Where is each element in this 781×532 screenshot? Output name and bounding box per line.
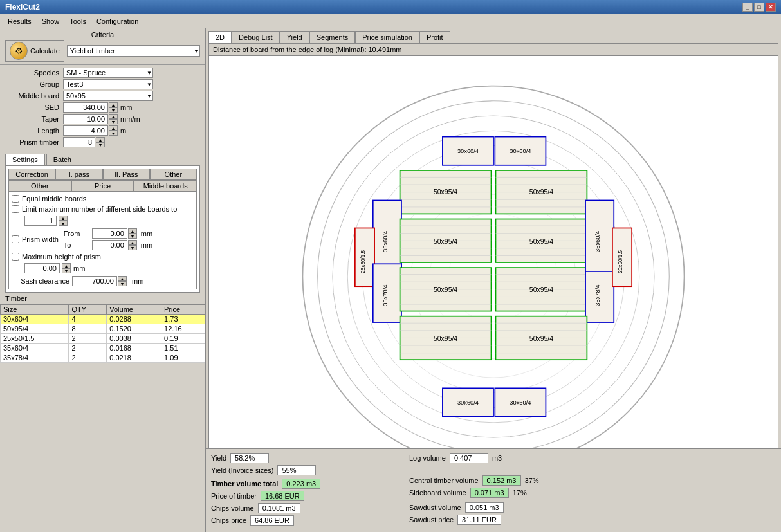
- svg-text:30x60/4: 30x60/4: [510, 399, 531, 406]
- subtab2-middleboards[interactable]: Middle boards: [134, 180, 197, 192]
- sed-down[interactable]: ▼: [109, 107, 118, 113]
- criteria-row: ⚙ Calculate Yield of timber ▼: [5, 40, 200, 62]
- limit-max-checkbox[interactable]: [12, 205, 19, 213]
- price-timber-value: 16.68 EUR: [261, 491, 304, 501]
- close-button[interactable]: ✕: [766, 3, 776, 12]
- from-down[interactable]: ▼: [128, 234, 137, 239]
- sash-down[interactable]: ▼: [118, 281, 127, 286]
- limit-down[interactable]: ▼: [59, 221, 68, 226]
- to-down[interactable]: ▼: [128, 245, 137, 250]
- timber-header: Timber: [0, 293, 205, 304]
- table-row[interactable]: 30x60/440.02881.73: [1, 315, 205, 324]
- subtab-ipass[interactable]: I. pass: [55, 169, 102, 180]
- prismtimber-down[interactable]: ▼: [96, 142, 105, 147]
- max-height-row: Maximum height of prism: [12, 253, 194, 261]
- from-row: From ▲ ▼ mm: [64, 228, 152, 239]
- sed-input[interactable]: [63, 102, 108, 113]
- from-input[interactable]: [92, 228, 127, 239]
- length-label: Length: [5, 127, 63, 134]
- subtab2-price[interactable]: Price: [71, 180, 134, 192]
- sed-up[interactable]: ▲: [109, 102, 118, 107]
- taper-down[interactable]: ▼: [109, 119, 118, 124]
- price-timber-row: Price of timber 16.68 EUR: [211, 491, 391, 501]
- maxheight-down[interactable]: ▼: [62, 268, 71, 273]
- group-select[interactable]: Test3: [63, 79, 153, 89]
- table-row[interactable]: 25x50/1.520.00380.19: [1, 334, 205, 344]
- tab-pricesim[interactable]: Price simulation: [355, 31, 419, 43]
- prismtimber-label: Prism timber: [5, 138, 63, 146]
- tab-row: Settings Batch: [5, 154, 200, 165]
- prismtimber-input[interactable]: [63, 137, 95, 147]
- tab-settings[interactable]: Settings: [5, 154, 45, 165]
- middleboard-select[interactable]: 50x95: [63, 91, 153, 101]
- minimize-button[interactable]: _: [742, 3, 753, 12]
- limit-up[interactable]: ▲: [59, 216, 68, 221]
- from-up[interactable]: ▲: [128, 228, 137, 234]
- chips-price-value: 64.86 EUR: [250, 515, 294, 526]
- to-up[interactable]: ▲: [128, 240, 137, 245]
- prism-width-fields: From ▲ ▼ mm: [61, 228, 152, 250]
- equal-middle-boards-checkbox[interactable]: [12, 195, 19, 203]
- middleboard-row: Middle board 50x95 ▼: [5, 91, 200, 101]
- length-down[interactable]: ▼: [109, 131, 118, 136]
- to-label: To: [64, 241, 89, 249]
- limit-max-label: Limit maximum number of different side b…: [22, 205, 177, 213]
- subtab-iipass[interactable]: II. Pass: [103, 169, 150, 180]
- taper-input[interactable]: [63, 114, 108, 124]
- subtab-correction[interactable]: Correction: [8, 169, 55, 180]
- length-input-group: ▲ ▼: [63, 125, 118, 136]
- menu-results[interactable]: Results: [3, 16, 37, 26]
- criteria-select[interactable]: Yield of timber: [67, 45, 200, 57]
- sash-input[interactable]: [72, 276, 117, 286]
- chips-vol-value: 0.1081 m3: [258, 503, 300, 513]
- max-height-checkbox[interactable]: [12, 253, 19, 261]
- central-timber-label: Central timber volume: [409, 477, 479, 484]
- svg-text:30x60/4: 30x60/4: [457, 399, 479, 406]
- table-row[interactable]: 35x60/420.01681.51: [1, 344, 205, 353]
- menu-configuration[interactable]: Configuration: [91, 16, 143, 26]
- prismtimber-spinner: ▲ ▼: [96, 137, 105, 147]
- criteria-section: Criteria ⚙ Calculate Yield of timber ▼: [0, 28, 205, 65]
- tab-debuglist[interactable]: Debug List: [232, 31, 280, 43]
- tab-batch[interactable]: Batch: [46, 154, 78, 165]
- limit-value-input[interactable]: [24, 216, 57, 226]
- sawdust-price-row: Sawdust price 31.11 EUR: [409, 515, 539, 525]
- tab-profit[interactable]: Profit: [419, 31, 450, 43]
- length-unit: m: [118, 127, 126, 134]
- col-price: Price: [161, 305, 205, 315]
- length-input[interactable]: [63, 125, 108, 136]
- menu-tools[interactable]: Tools: [64, 16, 91, 26]
- menu-show[interactable]: Show: [37, 16, 65, 26]
- subtab2-other[interactable]: Other: [8, 180, 71, 192]
- left-panel: Criteria ⚙ Calculate Yield of timber ▼ S…: [0, 28, 206, 532]
- maximize-button[interactable]: □: [754, 3, 764, 12]
- maxheight-up[interactable]: ▲: [62, 263, 71, 268]
- to-input[interactable]: [92, 240, 127, 250]
- svg-text:50x95/4: 50x95/4: [434, 286, 457, 293]
- prism-width-checkbox[interactable]: [12, 235, 19, 243]
- limit-max-row: Limit maximum number of different side b…: [12, 205, 194, 213]
- stats-row1: Yield 58.2% Yield (Invoice sizes) 55% Ti…: [211, 453, 776, 526]
- svg-text:50x95/4: 50x95/4: [529, 238, 553, 245]
- yield-invoice-label: Yield (Invoice sizes): [211, 466, 273, 474]
- table-row[interactable]: 35x78/420.02181.09: [1, 353, 205, 363]
- calculate-button[interactable]: ⚙ Calculate: [5, 40, 64, 62]
- species-select[interactable]: SM - Spruce: [63, 68, 153, 78]
- subtab-other1[interactable]: Other: [150, 169, 197, 180]
- max-height-input[interactable]: [24, 263, 60, 273]
- tab-yield[interactable]: Yield: [280, 31, 309, 43]
- sash-up[interactable]: ▲: [118, 276, 127, 281]
- taper-up[interactable]: ▲: [109, 114, 118, 119]
- prismtimber-up[interactable]: ▲: [96, 137, 105, 142]
- log-visualization: 30x60/4 30x60/4 50x95/4: [209, 56, 778, 448]
- sideboard-vol-row: Sideboard volume 0.071 m3 17%: [409, 488, 539, 498]
- canvas-info: Distance of board from the edge of log (…: [209, 44, 778, 56]
- length-up[interactable]: ▲: [109, 125, 118, 131]
- table-row[interactable]: 50x95/480.152012.16: [1, 324, 205, 334]
- prismtimber-input-group: ▲ ▼: [63, 137, 105, 147]
- taper-spinner: ▲ ▼: [109, 114, 118, 124]
- gear-icon: ⚙: [10, 42, 28, 60]
- tab-2d[interactable]: 2D: [208, 31, 232, 43]
- tab-segments[interactable]: Segments: [309, 31, 356, 43]
- prism-width-label: Prism width: [22, 235, 59, 243]
